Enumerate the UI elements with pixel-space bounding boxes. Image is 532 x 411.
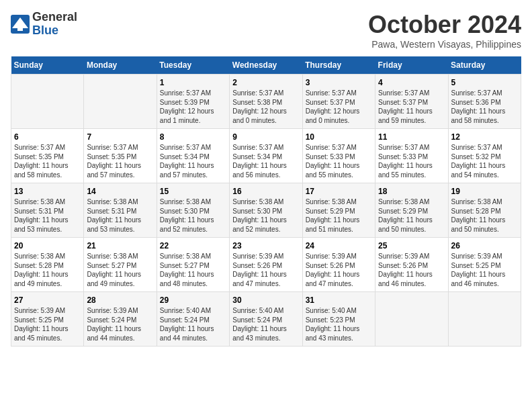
calendar-cell: 2Sunrise: 5:37 AMSunset: 5:38 PMDaylight…	[230, 75, 302, 129]
calendar-cell: 31Sunrise: 5:40 AMSunset: 5:23 PMDayligh…	[302, 292, 375, 347]
day-number: 27	[14, 295, 81, 305]
col-tuesday: Tuesday	[157, 56, 229, 75]
calendar-cell: 16Sunrise: 5:38 AMSunset: 5:30 PMDayligh…	[230, 183, 302, 238]
day-number: 23	[232, 241, 299, 250]
logo-general: General	[32, 10, 77, 24]
calendar-cell: 8Sunrise: 5:37 AMSunset: 5:34 PMDaylight…	[157, 129, 229, 183]
calendar-cell: 11Sunrise: 5:37 AMSunset: 5:33 PMDayligh…	[375, 129, 448, 183]
day-number: 4	[378, 78, 445, 87]
calendar-cell: 19Sunrise: 5:38 AMSunset: 5:28 PMDayligh…	[448, 183, 521, 238]
day-info: Sunrise: 5:39 AMSunset: 5:24 PMDaylight:…	[87, 306, 153, 342]
calendar-cell: 25Sunrise: 5:39 AMSunset: 5:26 PMDayligh…	[375, 238, 448, 292]
day-info: Sunrise: 5:39 AMSunset: 5:26 PMDaylight:…	[232, 252, 299, 288]
calendar-cell: 14Sunrise: 5:38 AMSunset: 5:31 PMDayligh…	[84, 183, 157, 238]
calendar-cell: 18Sunrise: 5:38 AMSunset: 5:29 PMDayligh…	[375, 183, 448, 238]
calendar-cell: 13Sunrise: 5:38 AMSunset: 5:31 PMDayligh…	[11, 183, 84, 238]
calendar-cell: 9Sunrise: 5:37 AMSunset: 5:34 PMDaylight…	[230, 129, 302, 183]
day-info: Sunrise: 5:38 AMSunset: 5:27 PMDaylight:…	[160, 252, 226, 288]
calendar-cell	[84, 75, 157, 129]
day-info: Sunrise: 5:39 AMSunset: 5:25 PMDaylight:…	[14, 306, 81, 342]
page-header: General Blue October 2024 Pawa, Western …	[11, 11, 521, 50]
svg-rect-2	[17, 26, 23, 31]
calendar-cell	[11, 75, 84, 129]
day-info: Sunrise: 5:37 AMSunset: 5:36 PMDaylight:…	[451, 89, 518, 125]
calendar-cell: 5Sunrise: 5:37 AMSunset: 5:36 PMDaylight…	[448, 75, 521, 129]
day-info: Sunrise: 5:38 AMSunset: 5:29 PMDaylight:…	[306, 197, 372, 234]
week-row-5: 27Sunrise: 5:39 AMSunset: 5:25 PMDayligh…	[11, 292, 521, 347]
calendar-cell: 7Sunrise: 5:37 AMSunset: 5:35 PMDaylight…	[84, 129, 157, 183]
title-block: October 2024 Pawa, Western Visayas, Phil…	[368, 11, 521, 50]
calendar-cell: 27Sunrise: 5:39 AMSunset: 5:25 PMDayligh…	[11, 292, 84, 347]
col-saturday: Saturday	[448, 56, 521, 75]
day-number: 29	[160, 295, 226, 305]
day-number: 3	[306, 78, 372, 87]
day-info: Sunrise: 5:37 AMSunset: 5:37 PMDaylight:…	[306, 89, 372, 125]
calendar-cell: 12Sunrise: 5:37 AMSunset: 5:32 PMDayligh…	[448, 129, 521, 183]
day-info: Sunrise: 5:37 AMSunset: 5:37 PMDaylight:…	[378, 89, 445, 125]
day-number: 21	[87, 241, 153, 250]
day-number: 9	[232, 132, 299, 142]
day-number: 17	[306, 187, 372, 196]
calendar-cell	[448, 292, 521, 347]
day-number: 6	[14, 132, 81, 142]
day-number: 19	[451, 187, 518, 196]
day-info: Sunrise: 5:37 AMSunset: 5:35 PMDaylight:…	[14, 143, 81, 179]
day-info: Sunrise: 5:40 AMSunset: 5:24 PMDaylight:…	[232, 306, 299, 342]
day-info: Sunrise: 5:38 AMSunset: 5:31 PMDaylight:…	[87, 197, 153, 234]
week-row-4: 20Sunrise: 5:38 AMSunset: 5:28 PMDayligh…	[11, 238, 521, 292]
day-number: 15	[160, 187, 226, 196]
day-number: 2	[232, 78, 299, 87]
day-info: Sunrise: 5:39 AMSunset: 5:26 PMDaylight:…	[378, 252, 445, 288]
day-number: 8	[160, 132, 226, 142]
day-number: 22	[160, 241, 226, 250]
day-info: Sunrise: 5:37 AMSunset: 5:32 PMDaylight:…	[451, 143, 518, 179]
week-row-1: 1Sunrise: 5:37 AMSunset: 5:39 PMDaylight…	[11, 75, 521, 129]
day-number: 16	[232, 187, 299, 196]
logo: General Blue	[11, 11, 77, 38]
day-info: Sunrise: 5:40 AMSunset: 5:24 PMDaylight:…	[160, 306, 226, 342]
calendar-cell: 24Sunrise: 5:39 AMSunset: 5:26 PMDayligh…	[302, 238, 375, 292]
calendar-cell: 15Sunrise: 5:38 AMSunset: 5:30 PMDayligh…	[157, 183, 229, 238]
day-info: Sunrise: 5:38 AMSunset: 5:30 PMDaylight:…	[160, 197, 226, 234]
col-monday: Monday	[84, 56, 157, 75]
week-row-2: 6Sunrise: 5:37 AMSunset: 5:35 PMDaylight…	[11, 129, 521, 183]
col-thursday: Thursday	[302, 56, 375, 75]
day-number: 30	[232, 295, 299, 305]
calendar-cell: 20Sunrise: 5:38 AMSunset: 5:28 PMDayligh…	[11, 238, 84, 292]
calendar-cell: 17Sunrise: 5:38 AMSunset: 5:29 PMDayligh…	[302, 183, 375, 238]
location: Pawa, Western Visayas, Philippines	[368, 39, 521, 50]
day-info: Sunrise: 5:38 AMSunset: 5:28 PMDaylight:…	[14, 252, 81, 288]
calendar-cell: 21Sunrise: 5:38 AMSunset: 5:27 PMDayligh…	[84, 238, 157, 292]
day-number: 1	[160, 78, 226, 87]
calendar-cell: 30Sunrise: 5:40 AMSunset: 5:24 PMDayligh…	[230, 292, 302, 347]
day-number: 11	[378, 132, 445, 142]
calendar-table: SundayMondayTuesdayWednesdayThursdayFrid…	[11, 56, 521, 347]
day-number: 5	[451, 78, 518, 87]
day-info: Sunrise: 5:38 AMSunset: 5:30 PMDaylight:…	[232, 197, 299, 234]
calendar-cell: 23Sunrise: 5:39 AMSunset: 5:26 PMDayligh…	[230, 238, 302, 292]
day-info: Sunrise: 5:39 AMSunset: 5:26 PMDaylight:…	[306, 252, 372, 288]
week-row-3: 13Sunrise: 5:38 AMSunset: 5:31 PMDayligh…	[11, 183, 521, 238]
day-info: Sunrise: 5:37 AMSunset: 5:34 PMDaylight:…	[232, 143, 299, 179]
day-number: 20	[14, 241, 81, 250]
day-number: 18	[378, 187, 445, 196]
day-info: Sunrise: 5:40 AMSunset: 5:23 PMDaylight:…	[306, 306, 372, 342]
day-info: Sunrise: 5:38 AMSunset: 5:27 PMDaylight:…	[87, 252, 153, 288]
logo-icon	[11, 15, 30, 34]
day-info: Sunrise: 5:37 AMSunset: 5:38 PMDaylight:…	[232, 89, 299, 125]
calendar-cell: 28Sunrise: 5:39 AMSunset: 5:24 PMDayligh…	[84, 292, 157, 347]
day-info: Sunrise: 5:37 AMSunset: 5:35 PMDaylight:…	[87, 143, 153, 179]
day-number: 25	[378, 241, 445, 250]
day-number: 12	[451, 132, 518, 142]
day-number: 10	[306, 132, 372, 142]
calendar-cell	[375, 292, 448, 347]
calendar-cell: 10Sunrise: 5:37 AMSunset: 5:33 PMDayligh…	[302, 129, 375, 183]
day-info: Sunrise: 5:38 AMSunset: 5:28 PMDaylight:…	[451, 197, 518, 234]
day-number: 26	[451, 241, 518, 250]
calendar-cell: 26Sunrise: 5:39 AMSunset: 5:25 PMDayligh…	[448, 238, 521, 292]
calendar-cell: 22Sunrise: 5:38 AMSunset: 5:27 PMDayligh…	[157, 238, 229, 292]
calendar-cell: 29Sunrise: 5:40 AMSunset: 5:24 PMDayligh…	[157, 292, 229, 347]
calendar-cell: 6Sunrise: 5:37 AMSunset: 5:35 PMDaylight…	[11, 129, 84, 183]
day-number: 28	[87, 295, 153, 305]
col-sunday: Sunday	[11, 56, 84, 75]
